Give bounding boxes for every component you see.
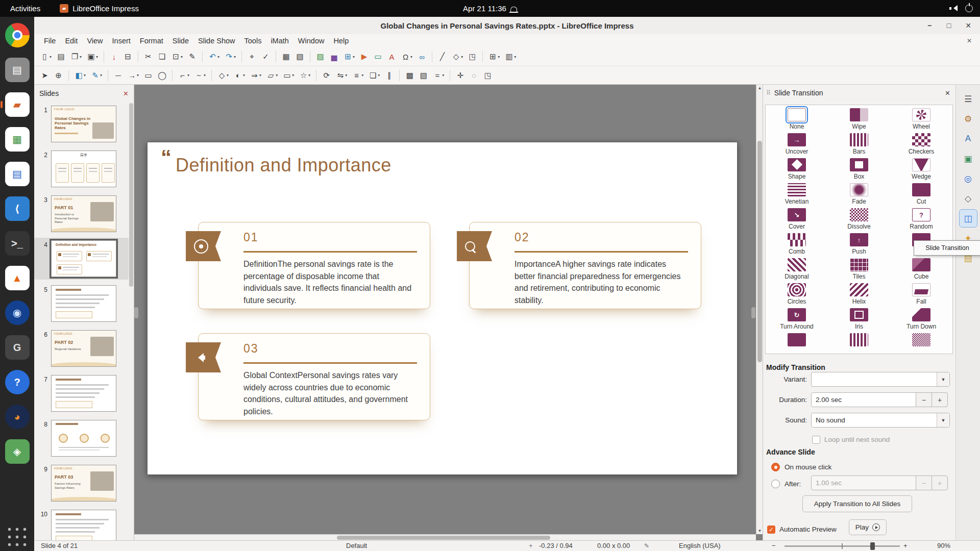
fill-color-icon[interactable]: ◧▾ xyxy=(72,68,88,83)
transition-item-29[interactable] xyxy=(828,332,890,354)
cut-icon[interactable]: ✂ xyxy=(142,49,155,64)
automatic-preview-checkbox[interactable]: ✓ xyxy=(767,525,775,534)
insert-media-icon[interactable]: ▶ xyxy=(358,49,371,64)
dock-writer[interactable]: ▤ xyxy=(5,162,30,186)
basic-shapes2-icon[interactable]: ◇▾ xyxy=(215,68,231,83)
insert-fontwork-icon[interactable]: A xyxy=(385,49,398,64)
select-icon[interactable]: ➤ xyxy=(38,68,51,83)
dropdown-arrow-icon[interactable]: ▾ xyxy=(234,55,236,59)
ellipse-icon[interactable]: ◯ xyxy=(156,68,168,83)
transition-diagonal[interactable]: Diagonal xyxy=(766,257,828,282)
properties-icon[interactable]: ⚙ xyxy=(960,110,977,128)
play-button[interactable]: Play xyxy=(849,519,887,535)
connectors-icon[interactable]: ⌐▾ xyxy=(176,68,191,83)
zoom-pan-icon[interactable]: ⊕ xyxy=(52,68,65,83)
transition-checkers[interactable]: Checkers xyxy=(890,132,952,157)
menu-insert[interactable]: Insert xyxy=(108,34,135,47)
align-objects-icon[interactable]: ≡▾ xyxy=(350,68,365,83)
find-replace-icon[interactable]: ⌖ xyxy=(246,49,258,64)
cursor-position-status[interactable]: -0.23 / 0.94 xyxy=(539,541,573,551)
after-increase-button[interactable]: + xyxy=(932,475,948,490)
new-slide-icon[interactable]: ⊞▾ xyxy=(486,49,502,64)
transition-panel-close-icon[interactable]: ✕ xyxy=(945,89,950,97)
chevron-down-icon[interactable]: ▼ xyxy=(937,372,949,386)
edit-points-icon[interactable]: ✛ xyxy=(454,68,467,83)
transition-helix[interactable]: Helix xyxy=(828,282,890,307)
system-tray[interactable] xyxy=(949,5,973,12)
crop-image-icon[interactable]: ▧ xyxy=(417,68,430,83)
variant-dropdown[interactable]: ▼ xyxy=(811,372,950,387)
transition-turn-down[interactable]: Turn Down xyxy=(890,307,952,332)
insert-3d-icon[interactable]: ◳ xyxy=(466,49,479,64)
zoom-slider-thumb[interactable] xyxy=(870,542,875,550)
undo-icon[interactable]: ↶▾ xyxy=(206,49,222,64)
transition-wheel[interactable]: Wheel xyxy=(890,107,952,132)
transition-circles[interactable]: Circles xyxy=(766,282,828,307)
transition-uncover[interactable]: Uncover xyxy=(766,132,828,157)
transition-wedge[interactable]: Wedge xyxy=(890,157,952,182)
language-status[interactable]: English (USA) xyxy=(679,541,721,551)
transition-comb[interactable]: Comb xyxy=(766,232,828,257)
snap-guides-icon[interactable]: ▧ xyxy=(293,49,306,64)
navigator-icon[interactable]: ◎ xyxy=(960,170,977,187)
insert-hyperlink-icon[interactable]: ∞ xyxy=(415,49,428,64)
show-applications-button[interactable] xyxy=(7,527,27,547)
close-document-icon[interactable]: ✕ xyxy=(967,37,972,44)
transition-turn-around[interactable]: Turn Around xyxy=(766,307,828,332)
redo-icon[interactable]: ↷▾ xyxy=(223,49,238,64)
transition-item-30[interactable] xyxy=(890,332,952,354)
activities-button[interactable]: Activities xyxy=(0,4,51,13)
sidebar-splitter-handle[interactable] xyxy=(751,307,755,318)
slide-title-text[interactable]: Definition and Importance xyxy=(176,155,391,176)
sound-dropdown[interactable]: No sound ▼ xyxy=(811,413,950,428)
slides-panel-close-icon[interactable]: ✕ xyxy=(123,90,129,97)
slide-thumbnail-7[interactable]: 7 xyxy=(34,372,129,414)
dock-steam[interactable]: ◉ xyxy=(5,300,30,325)
transition-venetian[interactable]: Venetian xyxy=(766,182,828,207)
open-icon[interactable]: ❐▾ xyxy=(68,49,84,64)
dropdown-arrow-icon[interactable]: ▾ xyxy=(442,73,444,78)
menu-file[interactable]: File xyxy=(39,34,60,47)
slide-thumbnail-4[interactable]: 4Definition and Importance xyxy=(34,238,129,280)
apply-to-all-slides-button[interactable]: Apply Transition to All Slides xyxy=(802,495,912,512)
zoom-in-button[interactable]: + xyxy=(903,541,908,551)
clock-menu[interactable]: Apr 21 11:36 xyxy=(463,4,517,13)
document-modified-icon[interactable]: ✎ xyxy=(644,541,649,551)
vertical-scrollbar[interactable]: ▲ ▼ xyxy=(756,85,763,534)
zoom-percentage[interactable]: 90% xyxy=(937,541,950,551)
slides-scrollbar[interactable] xyxy=(129,103,133,540)
curves-polygons-icon[interactable]: ~▾ xyxy=(192,68,208,83)
transition-cube[interactable]: Cube xyxy=(890,257,952,282)
new-document-icon[interactable]: ▯▾ xyxy=(38,49,54,64)
spelling-icon[interactable]: ✓ xyxy=(259,49,272,64)
dropdown-arrow-icon[interactable]: ▾ xyxy=(204,73,206,78)
line-color-icon[interactable]: ✎▾ xyxy=(89,68,104,83)
layout-name-status[interactable]: Default xyxy=(346,541,367,551)
insert-image-icon[interactable]: ▨ xyxy=(314,49,327,64)
dropdown-arrow-icon[interactable]: ▾ xyxy=(84,73,86,78)
dropdown-arrow-icon[interactable]: ▾ xyxy=(243,73,245,78)
rectangle-icon[interactable]: ▭ xyxy=(142,68,155,83)
transition-wipe[interactable]: Wipe xyxy=(828,107,890,132)
transition-iris[interactable]: Iris xyxy=(828,307,890,332)
lines-arrows-icon[interactable]: →▾ xyxy=(126,68,141,83)
content-card-01[interactable]: 01DefinitionThe personal savings rate is… xyxy=(198,222,430,309)
slide-transition-icon[interactable]: ◫ xyxy=(960,210,977,227)
zoom-out-button[interactable]: − xyxy=(772,541,776,551)
dropdown-arrow-icon[interactable]: ▾ xyxy=(187,73,189,78)
insert-text-box-icon[interactable]: ▭ xyxy=(372,49,384,64)
transition-box[interactable]: Box xyxy=(828,157,890,182)
flowchart-icon[interactable]: ▱▾ xyxy=(264,68,280,83)
menu-view[interactable]: View xyxy=(82,34,107,47)
dock-chrome[interactable] xyxy=(5,23,30,47)
dock-vscode[interactable]: ⟨ xyxy=(5,196,30,221)
transition-fade[interactable]: Fade xyxy=(828,182,890,207)
clone-formatting-icon[interactable]: ✎ xyxy=(186,49,199,64)
dropdown-arrow-icon[interactable]: ▾ xyxy=(410,55,412,59)
menu-tools[interactable]: Tools xyxy=(240,34,266,47)
insert-line-icon[interactable]: ╱ xyxy=(436,49,449,64)
transition-item-28[interactable] xyxy=(766,332,828,354)
vertical-scrollbar-thumb[interactable] xyxy=(757,141,762,362)
stars-banners-icon[interactable]: ☆▾ xyxy=(297,68,312,83)
transition-random[interactable]: Random xyxy=(890,207,952,232)
